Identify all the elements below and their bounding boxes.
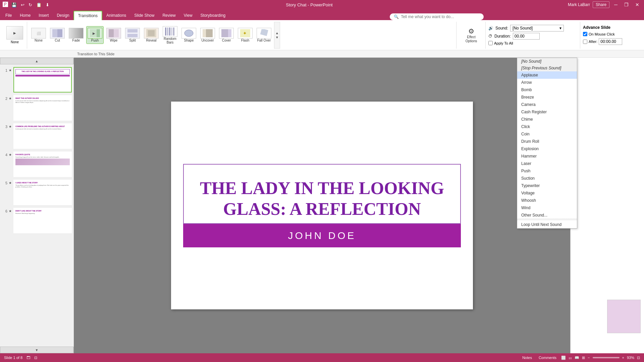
transition-flash[interactable]: ✦ Flash — [236, 26, 254, 44]
dropdown-arrow[interactable]: Arrow — [517, 79, 577, 86]
thumb-heading-6: DIDN'T LIKE ABOUT THE STORY — [15, 210, 70, 212]
slide-panel-scroll-down[interactable]: ▼ — [0, 347, 73, 353]
view-slide-sorter-icon[interactable]: ⚏ — [569, 356, 572, 360]
restore-button[interactable]: ❐ — [622, 1, 631, 8]
comments-button[interactable]: Comments — [537, 355, 558, 360]
after-checkbox[interactable] — [583, 40, 587, 44]
dropdown-chime[interactable]: Chime — [517, 116, 577, 123]
dropdown-applause[interactable]: Applause — [517, 71, 577, 79]
transition-random-bars[interactable]: Random Bars — [161, 25, 179, 46]
slide-img-6[interactable]: DIDN'T LIKE ABOUT THE STORY Received. Ba… — [13, 208, 72, 233]
duration-input[interactable] — [513, 33, 540, 40]
slide-thumb-1[interactable]: 1 ★ THE LADY IN THE LOOKING GLASS: A REF… — [2, 67, 72, 93]
view-normal-icon[interactable]: ⬜ — [561, 356, 566, 360]
tab-design[interactable]: Design — [53, 11, 73, 20]
dropdown-drum-roll[interactable]: Drum Roll — [517, 138, 577, 145]
ribbon-scroll-buttons[interactable]: ▲ ▼ — [274, 22, 280, 49]
transition-none[interactable]: ⬜ None — [30, 26, 47, 44]
search-input[interactable] — [401, 14, 480, 19]
fit-slide-button[interactable]: ⊡ — [637, 356, 640, 360]
dropdown-cash-register[interactable]: Cash Register — [517, 108, 577, 116]
transition-fade[interactable]: Fade — [67, 26, 85, 44]
dropdown-loop[interactable]: Loop Until Next Sound — [517, 221, 577, 228]
transition-uncover[interactable]: Uncover — [199, 26, 216, 44]
transition-split[interactable]: Split — [124, 26, 141, 44]
dropdown-other-sound[interactable]: Other Sound... — [517, 212, 577, 219]
slide-title: THE LADY IN THE LOOKING GLASS: A REFLECT… — [194, 178, 450, 220]
ribbon-scroll-down[interactable]: ▼ — [275, 36, 279, 39]
preview-button[interactable]: ▶ None — [5, 25, 25, 45]
slide-img-2[interactable]: WHAT THE AUTHOR VALUES Lorem ipsum dolor… — [13, 95, 72, 121]
dropdown-wind[interactable]: Wind — [517, 204, 577, 212]
after-time-input[interactable] — [599, 38, 622, 45]
slide-thumb-3[interactable]: 3 ★ COMMON LIFE PROBLEMS THE AUTHOR IS W… — [2, 123, 72, 149]
zoom-in-icon[interactable]: + — [622, 356, 624, 360]
undo-button[interactable]: ↩ — [19, 2, 26, 8]
wipe-icon — [106, 28, 121, 39]
dropdown-voltage[interactable]: Voltage — [517, 189, 577, 197]
ribbon-scroll-up[interactable]: ▲ — [275, 31, 279, 35]
transition-reveal[interactable]: Reveal — [143, 26, 160, 44]
zoom-slider[interactable] — [593, 357, 620, 358]
dropdown-laser[interactable]: Laser — [517, 160, 577, 167]
save-button[interactable]: 💾 — [10, 2, 18, 8]
dropdown-push[interactable]: Push — [517, 167, 577, 175]
dropdown-typewriter[interactable]: Typewriter — [517, 182, 577, 189]
on-click-checkbox[interactable] — [583, 32, 587, 36]
dropdown-coin[interactable]: Coin — [517, 130, 577, 138]
transition-cover[interactable]: Cover — [218, 26, 235, 44]
tab-home[interactable]: Home — [16, 11, 35, 20]
after-row: After: — [583, 38, 622, 45]
dropdown-click[interactable]: Click — [517, 123, 577, 130]
transition-push[interactable]: ▶ Push — [86, 26, 104, 44]
transition-cover-label: Cover — [222, 39, 231, 42]
view-reading-icon[interactable]: 📖 — [575, 356, 579, 360]
transition-wipe[interactable]: Wipe — [105, 26, 122, 44]
slide-img-4[interactable]: FAVORITE QUOTE Something dropped from th… — [13, 152, 72, 177]
tab-view[interactable]: View — [180, 11, 197, 20]
tab-insert[interactable]: Insert — [35, 11, 53, 20]
customize-button[interactable]: ⬇ — [44, 2, 51, 8]
status-bar: Slide 1 of 8 🗔 ⊡ Notes Comments ⬜ ⚏ 📖 ⊞ … — [0, 353, 644, 362]
close-button[interactable]: ✕ — [633, 1, 641, 8]
tab-animations[interactable]: Animations — [102, 11, 130, 20]
transition-cut[interactable]: Cut — [49, 26, 66, 44]
dropdown-stop-previous[interactable]: [Stop Previous Sound] — [517, 65, 577, 71]
tab-file[interactable]: File — [1, 11, 16, 20]
sound-dropdown[interactable]: [No Sound] ▾ — [510, 25, 564, 32]
minimize-button[interactable]: ─ — [612, 1, 620, 8]
slide-panel-scroll-up[interactable]: ▲ — [0, 58, 73, 64]
dropdown-explosion[interactable]: Explosion — [517, 145, 577, 153]
slide-img-3[interactable]: COMMON LIFE PROBLEMS THE AUTHOR IS WRITI… — [13, 123, 72, 149]
slide-thumb-2[interactable]: 2 ★ WHAT THE AUTHOR VALUES Lorem ipsum d… — [2, 95, 72, 121]
zoom-out-icon[interactable]: − — [588, 356, 590, 360]
transition-fall-over[interactable]: Fall Over — [255, 26, 273, 44]
slide-img-1[interactable]: THE LADY IN THE LOOKING GLASS: A REFLECT… — [13, 67, 72, 93]
slide-img-5[interactable]: I LIKED ABOUT THE STORY The problems suc… — [13, 180, 72, 205]
share-button[interactable]: Share — [593, 1, 609, 8]
effect-options-button[interactable]: ⚙ Effect Options — [459, 25, 483, 45]
view-presentation-icon[interactable]: ⊞ — [582, 356, 585, 360]
present-button[interactable]: 📋 — [35, 2, 43, 8]
apply-all-checkbox[interactable] — [488, 41, 493, 45]
notes-button[interactable]: Notes — [520, 355, 534, 360]
dropdown-no-sound[interactable]: [No Sound] — [517, 58, 577, 65]
dropdown-suction[interactable]: Suction — [517, 175, 577, 182]
dropdown-bomb[interactable]: Bomb — [517, 86, 577, 94]
slide-thumb-4[interactable]: 4 ★ FAVORITE QUOTE Something dropped fro… — [2, 152, 72, 177]
dropdown-hammer[interactable]: Hammer — [517, 153, 577, 160]
tab-review[interactable]: Review — [158, 11, 179, 20]
dropdown-whoosh[interactable]: Whoosh — [517, 197, 577, 204]
slide-content-6: DIDN'T LIKE ABOUT THE STORY Received. Ba… — [14, 208, 71, 233]
dropdown-breeze[interactable]: Breeze — [517, 94, 577, 101]
slide-thumb-6[interactable]: 6 ★ DIDN'T LIKE ABOUT THE STORY Received… — [2, 208, 72, 233]
redo-button[interactable]: ↻ — [27, 2, 34, 8]
tab-transitions[interactable]: Transitions — [73, 11, 102, 20]
slide-star-1: ★ — [9, 68, 12, 72]
tab-slideshow[interactable]: Slide Show — [130, 11, 158, 20]
dropdown-camera[interactable]: Camera — [517, 101, 577, 108]
transition-shape[interactable]: Shape — [180, 26, 198, 44]
slide-thumb-5[interactable]: 5 ★ I LIKED ABOUT THE STORY The problems… — [2, 180, 72, 205]
thumb-bar-1 — [15, 75, 70, 76]
tab-storyboarding[interactable]: Storyboarding — [197, 11, 230, 20]
